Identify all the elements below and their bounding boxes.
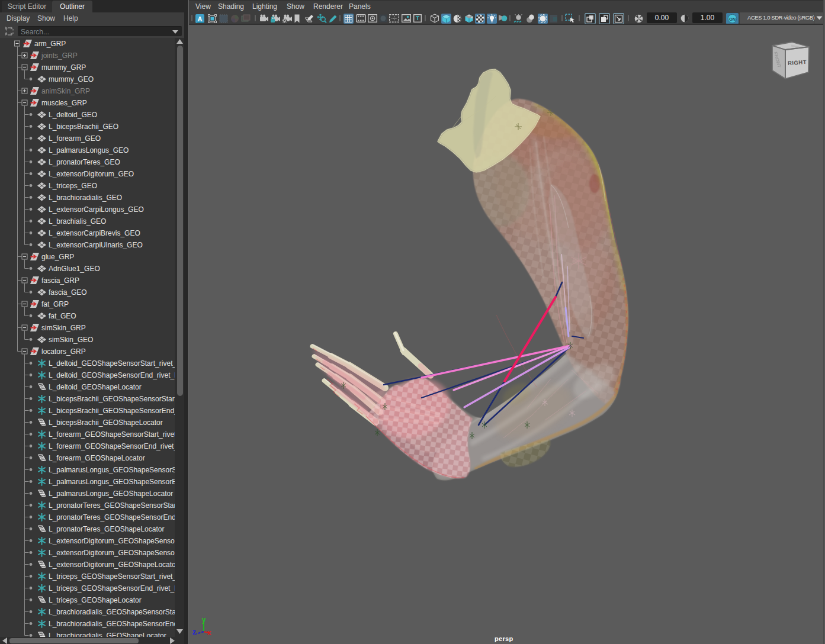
svg-text:ON: ON	[729, 17, 736, 22]
svg-text:z: z	[192, 628, 196, 636]
svg-text:x: x	[207, 629, 211, 637]
svg-text:y: y	[202, 616, 206, 624]
svg-text:RIGHT: RIGHT	[788, 59, 807, 66]
svg-text:A: A	[198, 15, 203, 22]
